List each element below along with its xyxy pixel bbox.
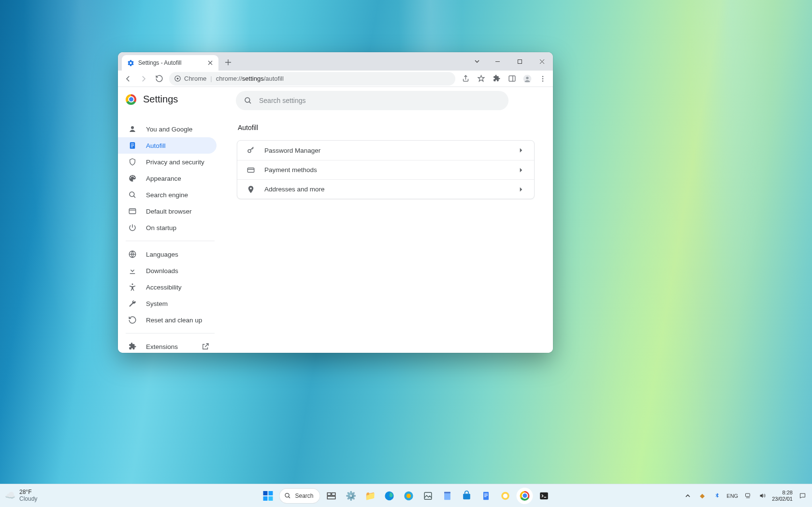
search-icon [284,492,291,499]
close-window-button[interactable] [531,52,553,71]
taskbar-app-docs[interactable] [478,488,494,504]
sidebar-item-downloads[interactable]: Downloads [118,262,217,279]
chevron-right-icon [517,185,525,194]
taskbar-app-terminal[interactable] [536,488,552,504]
svg-point-10 [131,126,134,129]
taskbar-app-chrome[interactable] [517,488,533,504]
svg-point-21 [248,150,251,153]
taskbar-app-edge[interactable] [381,488,398,504]
chevron-right-icon [517,146,525,155]
sidebar-item-label: Appearance [146,175,181,182]
site-info-icon[interactable]: Chrome [174,75,206,82]
shield-icon [128,157,137,167]
svg-rect-0 [518,59,522,63]
section-title: Autofill [238,124,535,131]
svg-rect-24 [327,493,331,495]
address-bar[interactable]: Chrome | chrome://settings/autofill [169,72,455,86]
sidebar-item-you-and-google[interactable]: You and Google [118,121,217,137]
cloud-icon: ☁️ [5,491,15,501]
card-icon [246,166,256,174]
external-link-icon [201,342,210,351]
sidebar-item-accessibility[interactable]: Accessibility [118,279,217,295]
forward-button[interactable] [136,72,151,86]
chrome-menu-button[interactable] [536,72,550,86]
new-tab-button[interactable] [221,56,235,69]
svg-point-15 [130,192,134,197]
key-icon [246,146,256,155]
sidebar-item-autofill[interactable]: Autofill [118,137,217,154]
sidebar-item-reset-and-clean-up[interactable]: Reset and clean up [118,312,217,328]
tab-close-button[interactable] [206,58,215,67]
bluetooth-icon[interactable] [712,491,722,501]
side-panel-button[interactable] [505,72,519,86]
svg-rect-30 [424,492,432,499]
share-button[interactable] [458,72,473,86]
taskbar-app-generic2[interactable] [497,488,514,504]
svg-point-2 [177,78,179,80]
taskbar-app-notes[interactable] [439,488,456,504]
network-icon[interactable] [743,491,753,501]
tray-overflow-button[interactable] [683,491,693,501]
sidebar-item-label: System [146,300,168,307]
autofill-row-payment-methods[interactable]: Payment methods [237,160,534,179]
taskbar-app-generic1[interactable] [420,488,436,504]
sidebar-item-label: On startup [146,224,176,232]
browser-tab[interactable]: Settings - Autofill [122,55,218,71]
row-label: Password Manager [264,147,320,154]
reload-button[interactable] [152,72,166,86]
sidebar-item-appearance[interactable]: Appearance [118,170,217,187]
chrome-window: Settings - Autofill [118,52,553,353]
language-indicator[interactable]: ENG [726,491,738,501]
bookmark-button[interactable] [474,72,488,86]
autofill-row-addresses-and-more[interactable]: Addresses and more [237,179,534,199]
sidebar-item-system[interactable]: System [118,295,217,312]
taskbar-app-store[interactable] [459,488,475,504]
svg-point-6 [542,76,543,77]
sidebar-item-label: Reset and clean up [146,317,202,324]
svg-rect-33 [463,493,470,499]
maximize-button[interactable] [508,52,531,71]
profile-button[interactable] [520,72,535,86]
sidebar-item-on-startup[interactable]: On startup [118,219,217,236]
back-button[interactable] [121,72,135,86]
taskbar-clock[interactable]: 8:28 23/02/01 [772,490,793,501]
weather-temp: 28°F [19,489,37,495]
sidebar-item-privacy-and-security[interactable]: Privacy and security [118,154,217,170]
start-button[interactable] [260,488,276,504]
minimize-button[interactable] [486,52,508,71]
accessibility-icon [128,282,137,292]
extensions-button[interactable] [489,72,504,86]
taskbar-weather[interactable]: ☁️ 28°F Cloudy [5,489,37,502]
palette-icon [128,174,137,183]
taskbar-search[interactable]: Search [279,488,320,504]
task-view-button[interactable] [323,488,340,504]
svg-rect-34 [483,492,489,500]
tab-search-button[interactable] [468,52,486,71]
sidebar-item-label: Downloads [146,267,178,275]
sidebar-item-languages[interactable]: Languages [118,246,217,262]
sidebar-item-label: Languages [146,251,178,258]
sidebar-item-default-browser[interactable]: Default browser [118,203,217,219]
svg-rect-16 [129,209,136,214]
volume-icon[interactable] [757,491,767,501]
svg-point-29 [406,493,411,498]
sidebar-item-search-engine[interactable]: Search engine [118,187,217,203]
sidebar-item-extensions[interactable]: Extensions [118,338,217,353]
settings-search-input[interactable] [259,97,501,104]
tray-security-icon[interactable]: ◆ [697,491,707,501]
svg-point-7 [542,78,543,79]
extension-icon [128,342,137,351]
notifications-button[interactable] [798,491,807,501]
taskbar-search-label: Search [295,493,313,499]
svg-point-23 [285,493,289,497]
autofill-card: Password ManagerPayment methodsAddresses… [237,140,535,199]
taskbar-app-settings[interactable]: ⚙️ [343,488,359,504]
omnibox-url: chrome://settings/autofill [216,75,284,82]
svg-rect-36 [484,495,488,495]
place-icon [246,185,256,194]
row-label: Payment methods [264,166,317,174]
taskbar-app-browser2[interactable] [401,488,417,504]
autofill-row-password-manager[interactable]: Password Manager [237,141,534,160]
taskbar-app-explorer[interactable]: 📁 [362,488,378,504]
settings-search[interactable] [236,91,508,110]
